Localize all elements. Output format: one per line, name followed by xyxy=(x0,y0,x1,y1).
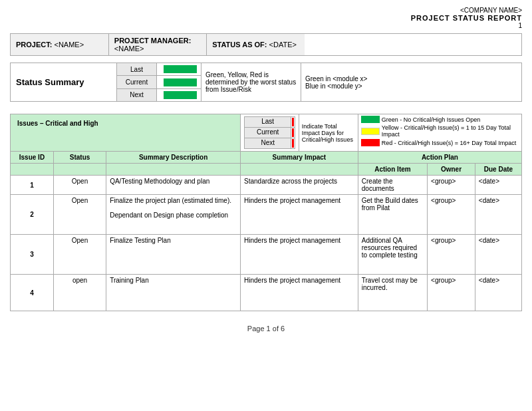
row3-id: 3 xyxy=(11,235,54,275)
row2-owner: <group> xyxy=(428,195,475,235)
row4-impact: Hinders the project management xyxy=(241,275,358,311)
col-owner: Owner xyxy=(428,164,475,176)
row2-impact: Hinders the project management xyxy=(241,195,358,235)
row3-summary: Finalize Testing Plan xyxy=(106,235,241,275)
row4-status: open xyxy=(53,275,106,311)
last-label: Last xyxy=(117,63,157,76)
row4-id: 4 xyxy=(11,275,54,311)
col-status: Status xyxy=(53,152,106,164)
project-value: <NAME> xyxy=(54,41,84,49)
row2-id: 2 xyxy=(11,195,54,235)
page-number: 1 xyxy=(10,22,522,29)
legend-note: Green in <module x> Blue in <module y> xyxy=(301,63,522,102)
page-footer: Page 1 of 6 xyxy=(10,325,522,333)
current-label: Current xyxy=(117,76,157,88)
row3-due: <date> xyxy=(475,235,521,275)
legend-red-color xyxy=(361,139,380,146)
row3-owner: <group> xyxy=(428,235,475,275)
legend-green-row: Green - No Critical/High Issues Open xyxy=(361,116,519,123)
table-row: 2 Open Finalize the project plan (estima… xyxy=(11,195,522,235)
manager-value: <NAME> xyxy=(114,45,144,53)
next-issues-indicator xyxy=(292,139,294,148)
legend-red-row: Red - Critical/High Issue(s) = 16+ Day T… xyxy=(361,139,519,146)
row2-action: Get the Build dates from Pilat xyxy=(358,195,427,235)
row4-action: Travel cost may be incurred. xyxy=(358,275,427,311)
legend-blue: Blue in <module y> xyxy=(305,82,517,90)
table-row: 3 Open Finalize Testing Plan Hinders the… xyxy=(11,235,522,275)
row4-owner: <group> xyxy=(428,275,475,311)
next-label: Next xyxy=(117,88,157,101)
status-summary-table: Status Summary Last Green, Yellow, Red i… xyxy=(10,63,522,102)
last-issues-indicator xyxy=(292,118,294,126)
col-issue-id: Issue ID xyxy=(11,152,54,164)
current-issues-indicator xyxy=(292,128,294,137)
legend-yellow-row: Yellow - Critical/High Issue(s) = 1 to 1… xyxy=(361,124,519,138)
status-date: <DATE> xyxy=(269,41,297,49)
issues-table: Issues – Critical and High Last Current … xyxy=(10,114,522,311)
row2-due: <date> xyxy=(475,195,521,235)
row3-impact: Hinders the project management xyxy=(241,235,358,275)
row4-summary: Training Plan xyxy=(106,275,241,311)
row3-status: Open xyxy=(53,235,106,275)
current-issues-label: Current xyxy=(245,128,291,138)
table-row: 1 Open QA/Testing Methodology and plan S… xyxy=(11,176,522,195)
manager-label: Project Manager: xyxy=(114,37,192,45)
row1-due: <date> xyxy=(475,176,521,195)
footer-text: Page 1 of 6 xyxy=(247,325,285,333)
current-color-indicator xyxy=(164,78,197,86)
report-title: Project Status Report xyxy=(10,14,522,22)
row2-summary: Finalize the project plan (estimated tim… xyxy=(106,195,241,235)
legend-yellow-color xyxy=(361,128,380,135)
status-summary-title: Status Summary xyxy=(16,77,84,87)
row1-impact: Standardize across the projects xyxy=(241,176,358,195)
page-header: <COMPANY NAME> Project Status Report 1 xyxy=(10,7,522,29)
table-row: 4 open Training Plan Hinders the project… xyxy=(11,275,522,311)
col-action-item: Action Item xyxy=(358,164,427,176)
col-action-plan: Action Plan xyxy=(358,152,521,164)
issues-title: Issues – Critical and High xyxy=(11,114,241,152)
col-impact: Summary Impact xyxy=(241,152,358,164)
company-name: <COMPANY NAME> xyxy=(10,7,522,14)
row4-due: <date> xyxy=(475,275,521,311)
next-issues-label: Next xyxy=(245,138,291,149)
last-issues-label: Last xyxy=(245,117,291,128)
row1-id: 1 xyxy=(11,176,54,195)
impact-note: Indicate Total Impact Days for Critical/… xyxy=(299,114,358,152)
legend-green: Green in <module x> xyxy=(305,75,517,82)
row2-status: Open xyxy=(53,195,106,235)
last-color-indicator xyxy=(164,65,197,73)
row1-action: Create the documents xyxy=(358,176,427,195)
next-color-indicator xyxy=(164,91,197,99)
row1-summary: QA/Testing Methodology and plan xyxy=(106,176,241,195)
status-note: Green, Yellow, Red is determined by the … xyxy=(201,63,301,102)
status-label: Status As Of: xyxy=(212,41,267,49)
row1-status: Open xyxy=(53,176,106,195)
col-summary: Summary Description xyxy=(106,152,241,164)
legend-green-color xyxy=(361,116,380,123)
row1-owner: <group> xyxy=(428,176,475,195)
row3-action: Additional QA resources required to comp… xyxy=(358,235,427,275)
col-due-date: Due Date xyxy=(475,164,521,176)
project-label: Project: xyxy=(16,41,52,49)
